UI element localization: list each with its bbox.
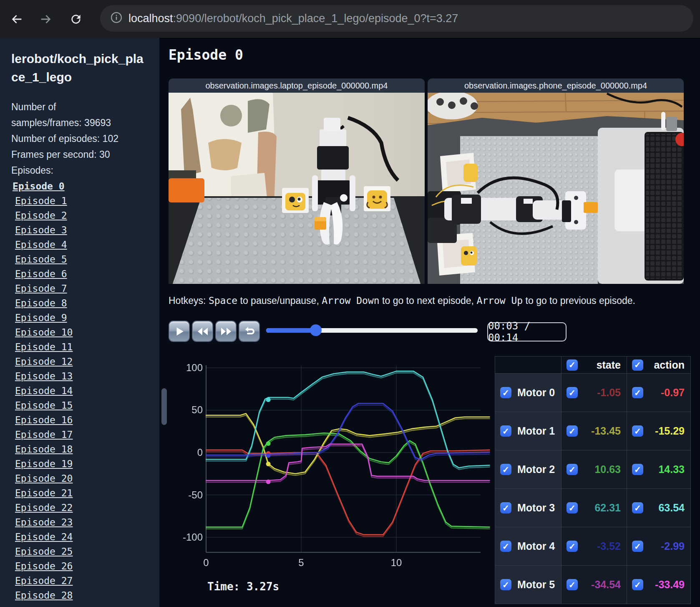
rewind-icon <box>196 326 209 336</box>
checkbox-checked-icon[interactable]: ✓ <box>567 579 578 590</box>
checkbox-checked-icon[interactable]: ✓ <box>500 541 511 552</box>
checkbox-checked-icon[interactable]: ✓ <box>500 425 511 437</box>
motor-table: ✓state ✓action ✓Motor 0✓-1.05✓-0.97✓Moto… <box>495 356 691 604</box>
sidebar-episode-link[interactable]: Episode 14 <box>15 384 73 398</box>
video-laptop[interactable] <box>169 93 425 284</box>
back-icon[interactable] <box>8 11 25 28</box>
forward-icon[interactable] <box>38 11 54 28</box>
sidebar-episode-link[interactable]: Episode 9 <box>15 311 67 325</box>
state-column-checkbox-icon[interactable]: ✓ <box>567 359 578 371</box>
sidebar-episode-link[interactable]: Episode 27 <box>15 574 73 588</box>
sidebar-episode-link[interactable]: Episode 5 <box>15 252 67 267</box>
x-tick: 5 <box>289 557 314 569</box>
state-value: -1.05 <box>584 387 621 399</box>
motor-row: ✓Motor 3✓62.31✓63.54 <box>495 489 691 527</box>
checkbox-checked-icon[interactable]: ✓ <box>567 387 578 398</box>
checkbox-checked-icon[interactable]: ✓ <box>632 541 643 552</box>
site-info-icon[interactable] <box>110 11 123 25</box>
sidebar-episode-link[interactable]: Episode 0 <box>13 179 65 194</box>
sidebar-episode-link[interactable]: Episode 16 <box>15 413 73 427</box>
sidebar-episode-link[interactable]: Episode 25 <box>15 544 73 559</box>
sidebar-episode-link[interactable]: Episode 3 <box>15 223 67 238</box>
url-bar[interactable]: localhost:9090/lerobot/koch_pick_place_1… <box>100 5 693 32</box>
sidebar-episode-link[interactable]: Episode 10 <box>15 325 73 340</box>
sidebar-episode-link[interactable]: Episode 12 <box>15 354 73 369</box>
x-tick: 0 <box>194 557 219 569</box>
laptop <box>598 112 684 284</box>
seek-slider[interactable] <box>266 328 478 333</box>
motor-row: ✓Motor 1✓-13.45✓-15.29 <box>495 412 691 450</box>
sidebar-episode-link[interactable]: Episode 20 <box>15 471 73 486</box>
action-value: -2.99 <box>649 540 685 552</box>
sidebar-episode-link[interactable]: Episode 8 <box>15 296 67 311</box>
state-header-cell: ✓state <box>562 357 627 374</box>
checkbox-checked-icon[interactable]: ✓ <box>500 579 511 590</box>
video-label-phone: observation.images.phone_episode_000000.… <box>428 78 684 93</box>
episode-list: Episode 0Episode 1Episode 2Episode 3Epis… <box>15 179 159 603</box>
checkbox-checked-icon[interactable]: ✓ <box>500 387 511 398</box>
sidebar-episode-link[interactable]: Episode 2 <box>15 208 67 223</box>
state-value: 10.63 <box>584 463 621 475</box>
reload-icon[interactable] <box>68 11 84 28</box>
checkbox-checked-icon[interactable]: ✓ <box>632 579 643 590</box>
play-icon <box>174 326 185 337</box>
orange-brick <box>315 217 326 230</box>
sidebar-episode-link[interactable]: Episode 11 <box>15 340 73 354</box>
table-header-row: ✓state ✓action <box>495 357 691 374</box>
sidebar-episode-link[interactable]: Episode 6 <box>15 267 67 281</box>
checkbox-checked-icon[interactable]: ✓ <box>567 541 578 552</box>
sidebar-episode-link[interactable]: Episode 23 <box>15 515 73 530</box>
right-video-scene <box>428 93 684 284</box>
checkbox-checked-icon[interactable]: ✓ <box>632 502 643 513</box>
action-value: -33.49 <box>649 579 685 591</box>
checkbox-checked-icon[interactable]: ✓ <box>500 502 511 513</box>
sidebar-episode-link[interactable]: Episode 22 <box>15 501 73 515</box>
action-column-checkbox-icon[interactable]: ✓ <box>632 359 643 371</box>
motor-label: Motor 3 <box>517 502 555 514</box>
sidebar-episode-link[interactable]: Episode 17 <box>15 427 73 442</box>
sidebar-episode-link[interactable]: Episode 21 <box>15 486 73 501</box>
browser-toolbar: localhost:9090/lerobot/koch_pick_place_1… <box>0 0 700 38</box>
scrollbar-thumb[interactable] <box>161 388 167 425</box>
y-tick: 100 <box>178 362 203 374</box>
checkbox-checked-icon[interactable]: ✓ <box>632 425 643 437</box>
checkbox-checked-icon[interactable]: ✓ <box>632 464 643 475</box>
x-tick: 10 <box>384 557 409 569</box>
dataset-title: lerobot/koch_pick_place_1_lego <box>11 50 149 86</box>
rewind-button[interactable] <box>192 321 213 342</box>
sidebar-episode-link[interactable]: Episode 26 <box>15 559 73 574</box>
motor-row: ✓Motor 2✓10.63✓14.33 <box>495 450 691 489</box>
sidebar-episode-link[interactable]: Episode 7 <box>15 281 67 296</box>
sidebar-episode-link[interactable]: Episode 18 <box>15 442 73 457</box>
fast-forward-button[interactable] <box>215 321 237 342</box>
motor-label: Motor 1 <box>517 425 555 437</box>
hotkey-arrow-up: Arrow Up <box>476 295 523 306</box>
sidebar-episode-link[interactable]: Episode 28 <box>15 588 73 603</box>
hotkey-space: Space <box>209 295 237 306</box>
sidebar-episode-link[interactable]: Episode 24 <box>15 530 73 544</box>
checkbox-checked-icon[interactable]: ✓ <box>567 464 578 475</box>
video-phone[interactable] <box>428 93 684 284</box>
motor-chart[interactable] <box>169 351 491 561</box>
checkbox-checked-icon[interactable]: ✓ <box>632 387 643 398</box>
sidebar-episode-link[interactable]: Episode 19 <box>15 457 73 471</box>
checkbox-checked-icon[interactable]: ✓ <box>567 502 578 513</box>
url-host: localhost <box>128 12 173 25</box>
play-button[interactable] <box>169 321 190 342</box>
sidebar-episode-link[interactable]: Episode 4 <box>15 238 67 252</box>
action-header-cell: ✓action <box>627 357 691 374</box>
action-value: -15.29 <box>649 425 685 437</box>
checkbox-checked-icon[interactable]: ✓ <box>567 425 578 437</box>
loop-button[interactable] <box>239 321 260 342</box>
sidebar-episode-link[interactable]: Episode 15 <box>15 398 73 413</box>
y-tick: 0 <box>178 447 203 458</box>
motor-label: Motor 0 <box>517 387 555 399</box>
dataset-stats: Number of samples/frames: 39693 Number o… <box>11 99 159 178</box>
sidebar-episode-link[interactable]: Episode 13 <box>15 369 73 384</box>
sidebar-episode-link[interactable]: Episode 1 <box>15 194 67 208</box>
checkbox-checked-icon[interactable]: ✓ <box>500 464 511 475</box>
motor-label: Motor 5 <box>517 579 555 591</box>
orange-brick <box>584 202 598 213</box>
seek-slider-thumb[interactable] <box>310 324 322 336</box>
action-value: -0.97 <box>649 387 685 399</box>
